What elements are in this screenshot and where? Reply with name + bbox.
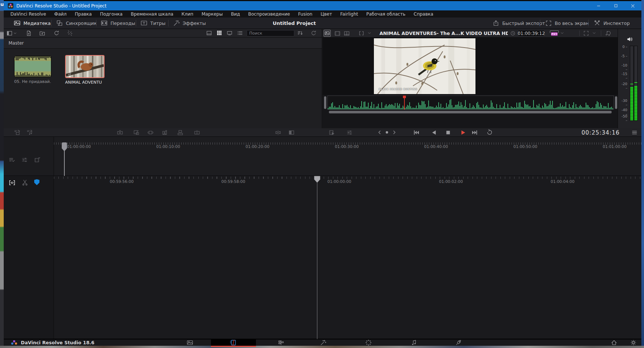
sync-clips-button[interactable]	[53, 30, 60, 36]
menu-item-davinci-resolve[interactable]: DaVinci Resolve	[6, 12, 50, 17]
media-pool-toggle-button[interactable]: Медиатека	[13, 17, 51, 29]
timeline-timecode[interactable]: 00:25:34:16	[581, 129, 620, 136]
menu-item-clip[interactable]: Клип	[177, 12, 198, 17]
menu-item-trim[interactable]: Подгонка	[96, 12, 127, 17]
ripple-overwrite-button[interactable]	[147, 129, 154, 136]
viewer-scrollbar[interactable]	[329, 111, 612, 113]
import-media-button[interactable]	[25, 30, 32, 37]
menu-item-color[interactable]: Цвет	[317, 12, 336, 17]
tools-panel-button[interactable]	[346, 129, 353, 136]
clip-view-options-button[interactable]	[33, 156, 41, 164]
proxy-indicator[interactable]: PXY	[550, 30, 559, 36]
menu-item-workspace[interactable]: Рабочая область	[362, 12, 410, 17]
chevron-down-icon[interactable]	[367, 31, 372, 35]
project-settings-button[interactable]	[629, 339, 638, 346]
audio-overview-strip[interactable]	[324, 96, 617, 110]
play-around-button[interactable]	[329, 129, 336, 136]
append-clip-button[interactable]	[133, 129, 140, 136]
video-clip-thumbnail[interactable]	[65, 55, 105, 78]
insert-audio-clip-button[interactable]	[26, 129, 33, 136]
sort-button[interactable]	[297, 30, 304, 36]
inspector-button[interactable]: Инспектор	[593, 17, 630, 29]
resolve-fx-button[interactable]	[605, 30, 612, 37]
titles-button[interactable]: Титры	[140, 17, 166, 29]
transitions-button[interactable]: Переходы	[100, 17, 135, 29]
source-timecode-field[interactable]: 01:00:39:12	[518, 30, 545, 36]
media-clip-audio[interactable]: 05. Не придавай....	[14, 56, 51, 84]
bin-list-toggle-button[interactable]	[6, 30, 17, 37]
quick-export-button[interactable]: Быстрый экспорт	[492, 17, 545, 29]
page-tab-fusion[interactable]	[318, 339, 327, 346]
menu-item-edit[interactable]: Правка	[71, 12, 96, 17]
audio-clip-thumbnail[interactable]	[14, 56, 51, 77]
close-button[interactable]	[624, 1, 641, 10]
next-clip-button[interactable]	[391, 129, 397, 135]
timeline-playhead-line[interactable]	[317, 182, 318, 339]
overview-playhead-handle[interactable]	[61, 142, 67, 152]
overview-playhead-line[interactable]	[64, 151, 65, 176]
source-overwrite-button[interactable]	[193, 129, 201, 136]
zoom-fit-button[interactable]	[583, 30, 589, 36]
viewer-stage[interactable]: BLACK HEADED BUNTING	[323, 38, 618, 95]
refresh-bin-button[interactable]	[310, 30, 317, 36]
minimize-button[interactable]	[590, 1, 607, 10]
place-on-top-button[interactable]	[177, 129, 184, 136]
page-tab-edit[interactable]	[276, 339, 285, 346]
list-view-button[interactable]	[237, 30, 243, 36]
trim-tool-button[interactable]	[8, 179, 16, 187]
current-clip-indicator[interactable]	[384, 129, 390, 135]
effects-button[interactable]: Эффекты	[173, 17, 206, 29]
source-tape-mode-button[interactable]	[334, 30, 341, 37]
source-playhead[interactable]	[404, 96, 405, 110]
match-frame-button[interactable]	[275, 129, 282, 136]
chevron-down-icon[interactable]	[592, 31, 596, 35]
timeline-mode-button[interactable]	[343, 30, 350, 37]
menu-item-playback[interactable]: Воспроизведение	[244, 12, 294, 17]
thumbnail-view-button[interactable]	[216, 30, 222, 36]
page-tab-cut[interactable]	[211, 339, 256, 346]
chevron-down-icon[interactable]	[560, 31, 564, 35]
maximize-button[interactable]	[607, 1, 624, 10]
insert-video-clip-button[interactable]	[13, 129, 20, 136]
media-clip-video[interactable]: ANIMAL ADVENTU...	[65, 55, 102, 85]
menu-item-help[interactable]: Справка	[410, 12, 438, 17]
track-mixer-button[interactable]	[21, 156, 28, 164]
previous-clip-button[interactable]	[377, 129, 382, 135]
import-folder-button[interactable]	[39, 30, 46, 37]
menu-item-timeline[interactable]: Временная шкала	[126, 12, 177, 17]
split-clip-button[interactable]	[21, 179, 29, 186]
menu-item-file[interactable]: Файл	[50, 12, 71, 17]
viewer-options-menu-button[interactable]	[631, 129, 638, 136]
strip-view-button[interactable]	[206, 30, 212, 36]
play-button[interactable]	[459, 129, 467, 136]
menu-item-fusion[interactable]: Fusion	[294, 12, 316, 17]
menu-item-view[interactable]: Вид	[227, 12, 244, 17]
source-clip-mode-button[interactable]	[324, 30, 331, 37]
safe-area-button[interactable]	[358, 30, 365, 36]
menu-item-fairlight[interactable]: Fairlight	[336, 12, 362, 17]
unlink-clips-button[interactable]	[67, 30, 73, 36]
safe-trim-shield-button[interactable]	[34, 179, 39, 185]
full-screen-button[interactable]: Во весь экран	[545, 17, 589, 29]
page-tab-media[interactable]	[185, 339, 194, 346]
play-reverse-button[interactable]	[430, 129, 438, 136]
bin-path-bar[interactable]: Master	[4, 38, 322, 49]
timeline-overview[interactable]: 01:00:00:00 01:00:10:00 01:00:20:00 01:0…	[4, 137, 641, 176]
page-tab-color[interactable]	[364, 339, 373, 346]
timeline-detail[interactable]: 00:59:56:00 00:59:58:00 01:00:00:00 01:0…	[4, 176, 641, 339]
timeline-options-button[interactable]	[8, 156, 16, 164]
go-to-start-button[interactable]	[412, 129, 420, 136]
out-point-handle[interactable]	[615, 96, 617, 109]
search-input[interactable]	[247, 30, 294, 36]
sync-bin-button[interactable]: Синхроящик	[56, 17, 97, 29]
page-tab-fairlight[interactable]	[409, 339, 418, 346]
smart-insert-button[interactable]	[116, 129, 124, 136]
loop-button[interactable]	[486, 129, 493, 136]
in-point-handle[interactable]	[324, 96, 326, 109]
timeline-ruler-ticks[interactable]	[54, 177, 641, 179]
project-manager-button[interactable]	[609, 339, 618, 346]
close-up-button[interactable]	[161, 129, 168, 136]
metadata-view-button[interactable]	[226, 30, 233, 36]
go-to-end-button[interactable]	[471, 129, 479, 136]
split-view-toggle-button[interactable]	[288, 129, 295, 136]
